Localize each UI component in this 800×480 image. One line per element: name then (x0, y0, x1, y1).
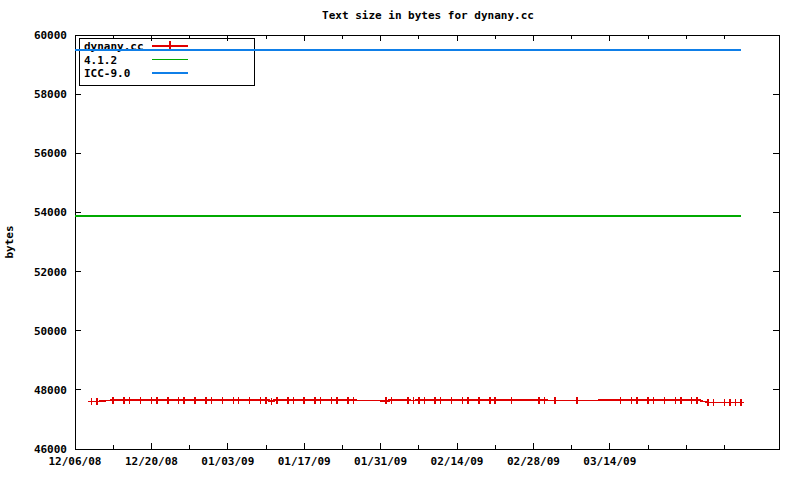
y-tick-label: 54000 (34, 206, 67, 219)
chart-title: Text size in bytes for dynany.cc (322, 9, 534, 22)
plot-area: 12/06/0812/20/0801/03/0901/17/0901/31/09… (34, 29, 779, 468)
y-tick-label: 58000 (34, 88, 67, 101)
x-tick-label: 01/17/09 (278, 455, 331, 468)
y-tick-label: 56000 (34, 147, 67, 160)
y-axis-ticks: 4600048000500005200054000560005800060000 (34, 29, 779, 456)
x-tick-label: 12/20/08 (125, 455, 178, 468)
y-tick-label: 52000 (34, 266, 67, 279)
y-tick-label: 48000 (34, 384, 67, 397)
chart-window: Text size in bytes for dynany.cc bytes 1… (0, 0, 800, 480)
y-tick-label: 46000 (34, 443, 67, 456)
legend-entry-4.1.2: 4.1.2 (84, 54, 188, 67)
series-dynany.cc (88, 397, 744, 406)
legend-entry-dynany.cc: dynany.cc (84, 40, 188, 53)
legend-label: 4.1.2 (84, 54, 117, 67)
x-tick-label: 01/03/09 (201, 455, 254, 468)
legend-label: ICC-9.0 (84, 67, 130, 80)
plot-border (75, 35, 779, 449)
x-tick-label: 03/14/09 (583, 455, 636, 468)
x-tick-label: 02/14/09 (431, 455, 484, 468)
legend: dynany.cc4.1.2ICC-9.0 (80, 39, 255, 86)
x-tick-label: 02/28/09 (507, 455, 560, 468)
legend-label: dynany.cc (84, 40, 144, 53)
chart: Text size in bytes for dynany.cc bytes 1… (0, 0, 800, 480)
x-tick-label: 01/31/09 (354, 455, 407, 468)
y-tick-label: 50000 (34, 325, 67, 338)
y-axis-label: bytes (3, 225, 16, 258)
legend-entry-ICC-9.0: ICC-9.0 (84, 67, 188, 80)
x-tick-label: 12/06/08 (49, 455, 102, 468)
y-tick-label: 60000 (34, 29, 67, 42)
